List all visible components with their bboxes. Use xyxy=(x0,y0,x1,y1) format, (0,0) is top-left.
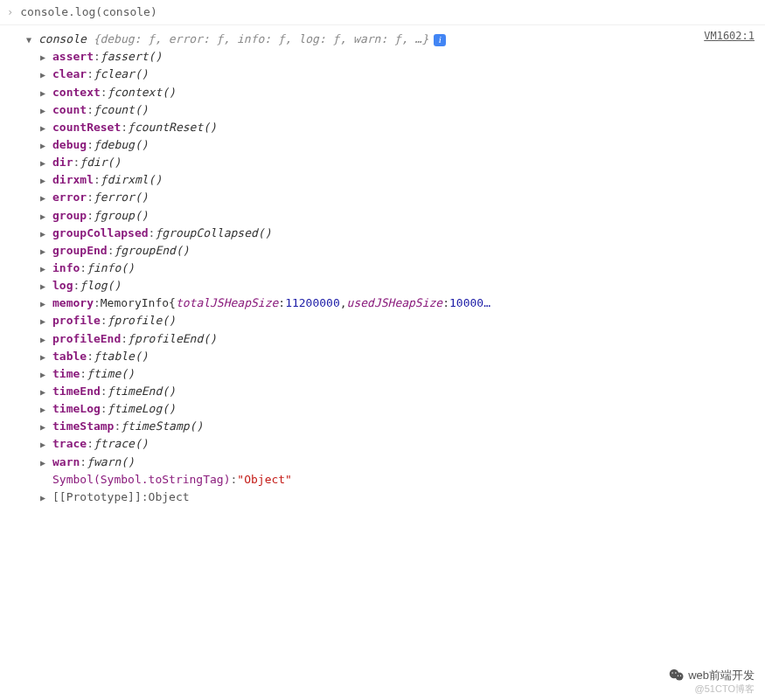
property-row[interactable]: log: ƒ log() xyxy=(26,277,765,295)
property-row[interactable]: debug: ƒ debug() xyxy=(26,136,765,154)
function-symbol: ƒ xyxy=(87,365,94,383)
chevron-right-icon[interactable] xyxy=(40,350,51,364)
property-row[interactable]: groupEnd: ƒ groupEnd() xyxy=(26,242,765,260)
chevron-right-icon[interactable] xyxy=(40,491,51,505)
chevron-right-icon[interactable] xyxy=(40,104,51,118)
function-symbol: ƒ xyxy=(87,260,94,277)
property-key: timeEnd xyxy=(52,383,101,400)
property-key: time xyxy=(52,365,80,383)
function-name: group() xyxy=(101,207,149,225)
function-symbol: ƒ xyxy=(108,312,115,329)
property-row[interactable]: memory: MemoryInfo {totalJSHeapSize: 112… xyxy=(26,295,765,312)
property-row[interactable]: dir: ƒ dir() xyxy=(26,154,765,171)
property-row[interactable]: clear: ƒ clear() xyxy=(26,66,765,83)
colon: : xyxy=(114,418,121,435)
property-row[interactable]: profileEnd: ƒ profileEnd() xyxy=(26,330,765,348)
chevron-right-icon[interactable] xyxy=(40,403,51,417)
svg-point-2 xyxy=(672,673,674,675)
property-row[interactable]: countReset: ƒ countReset() xyxy=(26,119,765,136)
property-key: warn xyxy=(52,454,80,471)
colon: : xyxy=(94,295,101,312)
chevron-right-icon[interactable] xyxy=(40,68,51,82)
property-row[interactable]: groupCollapsed: ƒ groupCollapsed() xyxy=(26,225,765,242)
colon: : xyxy=(101,84,108,101)
chevron-right-icon[interactable] xyxy=(40,121,51,135)
chevron-right-icon[interactable] xyxy=(40,51,51,65)
chevron-down-icon[interactable] xyxy=(26,33,37,47)
chevron-right-icon[interactable] xyxy=(40,315,51,329)
function-name: table() xyxy=(101,348,149,365)
chevron-right-icon[interactable] xyxy=(40,191,51,205)
property-row[interactable]: profile: ƒ profile() xyxy=(26,312,765,329)
function-symbol: ƒ xyxy=(121,418,128,435)
number-value: 11200000 xyxy=(285,295,340,312)
property-row[interactable]: count: ƒ count() xyxy=(26,101,765,119)
chevron-right-icon[interactable] xyxy=(40,210,51,224)
property-key: dirxml xyxy=(52,171,94,189)
property-row[interactable]: Symbol(Symbol.toStringTag): "Object" xyxy=(26,471,765,489)
function-name: time() xyxy=(94,365,135,383)
function-symbol: ƒ xyxy=(128,119,135,136)
property-row[interactable]: timeEnd: ƒ timeEnd() xyxy=(26,383,765,400)
chevron-right-icon[interactable] xyxy=(40,280,51,294)
chevron-right-icon[interactable] xyxy=(40,174,51,188)
chevron-right-icon[interactable] xyxy=(40,438,51,452)
colon: : xyxy=(121,119,128,136)
function-name: trace() xyxy=(101,435,149,453)
colon: : xyxy=(87,348,94,365)
property-row[interactable]: context: ƒ context() xyxy=(26,84,765,101)
proto-value: Object xyxy=(149,489,190,506)
chevron-right-icon[interactable] xyxy=(40,262,51,276)
svg-point-1 xyxy=(676,673,684,681)
property-row[interactable]: trace: ƒ trace() xyxy=(26,435,765,453)
chevron-right-icon[interactable] xyxy=(40,333,51,347)
colon: : xyxy=(87,435,94,453)
function-symbol: ƒ xyxy=(114,242,121,260)
property-row[interactable]: timeStamp: ƒ timeStamp() xyxy=(26,418,765,435)
object-header-row[interactable]: console { debug: ƒ, error: ƒ, info: ƒ, l… xyxy=(26,31,765,48)
property-row[interactable]: error: ƒ error() xyxy=(26,189,765,206)
property-row[interactable]: timeLog: ƒ timeLog() xyxy=(26,400,765,418)
function-name: context() xyxy=(114,84,175,101)
watermark-sub: @51CTO博客 xyxy=(695,682,755,697)
property-row[interactable]: [[Prototype]]: Object xyxy=(26,489,765,506)
property-row[interactable]: time: ƒ time() xyxy=(26,365,765,383)
chevron-right-icon[interactable] xyxy=(40,245,51,259)
wechat-icon xyxy=(669,669,685,682)
function-name: info() xyxy=(94,260,135,277)
chevron-right-icon[interactable] xyxy=(40,456,51,470)
function-symbol: ƒ xyxy=(94,435,101,453)
function-name: clear() xyxy=(101,66,149,83)
property-row[interactable]: table: ƒ table() xyxy=(26,348,765,365)
chevron-right-icon[interactable] xyxy=(40,156,51,170)
property-key: [[Prototype]] xyxy=(52,489,142,506)
colon: : xyxy=(80,365,87,383)
property-row[interactable]: assert: ƒ assert() xyxy=(26,48,765,66)
chevron-right-icon[interactable] xyxy=(40,420,51,434)
function-symbol: ƒ xyxy=(80,154,87,171)
chevron-right-icon[interactable] xyxy=(40,87,51,100)
source-link[interactable]: VM1602:1 xyxy=(704,28,755,45)
chevron-right-icon[interactable] xyxy=(40,368,51,382)
console-output: console { debug: ƒ, error: ƒ, info: ƒ, l… xyxy=(0,25,765,506)
string-value: "Object" xyxy=(237,471,292,489)
function-name: timeStamp() xyxy=(128,418,203,435)
colon: : xyxy=(73,277,80,295)
property-row[interactable]: info: ƒ info() xyxy=(26,260,765,277)
function-name: groupEnd() xyxy=(121,242,189,260)
property-row[interactable]: group: ƒ group() xyxy=(26,207,765,225)
property-key: context xyxy=(52,84,101,101)
chevron-right-icon[interactable] xyxy=(40,385,51,399)
property-key: log xyxy=(52,277,73,295)
property-key: clear xyxy=(52,66,87,83)
property-row[interactable]: dirxml: ƒ dirxml() xyxy=(26,171,765,189)
chevron-right-icon[interactable] xyxy=(40,139,51,153)
chevron-right-icon[interactable] xyxy=(40,227,51,241)
property-key: timeStamp xyxy=(52,418,114,435)
property-key: timeLog xyxy=(52,400,101,418)
property-row[interactable]: warn: ƒ warn() xyxy=(26,454,765,471)
chevron-right-icon[interactable] xyxy=(40,297,51,311)
info-icon[interactable]: i xyxy=(434,34,446,46)
property-key: groupCollapsed xyxy=(52,225,149,242)
function-symbol: ƒ xyxy=(108,84,115,101)
